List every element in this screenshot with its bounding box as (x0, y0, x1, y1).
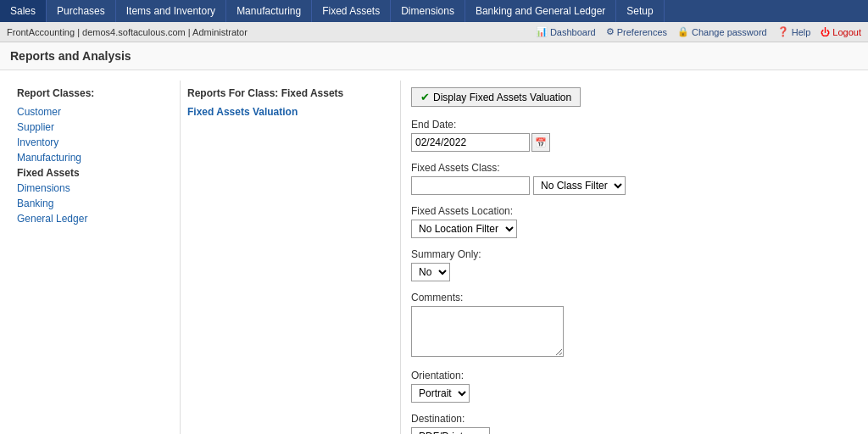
help-icon: ❓ (777, 26, 789, 37)
logout-icon: ⏻ (821, 27, 830, 37)
nav-tab-manufacturing[interactable]: Manufacturing (226, 0, 312, 22)
page-title: Reports and Analysis (10, 49, 858, 63)
site-info: FrontAccounting | demos4.softaculous.com… (7, 27, 248, 37)
destination-label: Destination: (411, 413, 848, 425)
orientation-label: Orientation: (411, 370, 848, 381)
main-content: Report Classes: Customer Supplier Invent… (0, 70, 868, 434)
nav-tab-banking[interactable]: Banking and General Ledger (465, 0, 616, 22)
comments-label: Comments: (411, 292, 848, 303)
logout-link[interactable]: ⏻ Logout (821, 27, 861, 37)
lock-icon: 🔒 (677, 26, 689, 37)
date-wrapper: 📅 (411, 133, 848, 152)
nav-tab-sales[interactable]: Sales (0, 0, 47, 22)
info-bar-links: 📊 Dashboard ⚙ Preferences 🔒 Change passw… (536, 26, 861, 37)
change-password-link[interactable]: 🔒 Change password (677, 26, 767, 37)
fixed-assets-class-group: Fixed Assets Class: No Class Filter (411, 162, 848, 195)
report-fixed-assets-valuation[interactable]: Fixed Assets Valuation (187, 104, 393, 120)
nav-tab-dimensions[interactable]: Dimensions (391, 0, 465, 22)
nav-tab-items-inventory[interactable]: Items and Inventory (116, 0, 226, 22)
fixed-assets-location-group: Fixed Assets Location: No Location Filte… (411, 205, 848, 238)
dashboard-link[interactable]: 📊 Dashboard (536, 26, 596, 37)
report-class-general-ledger[interactable]: General Ledger (17, 211, 173, 226)
class-code-input[interactable] (411, 176, 530, 195)
end-date-input[interactable] (411, 133, 530, 152)
comments-textarea[interactable] (411, 306, 564, 357)
class-row: No Class Filter (411, 176, 848, 195)
calendar-button[interactable]: 📅 (531, 133, 550, 152)
report-class-banking[interactable]: Banking (17, 196, 173, 211)
help-link[interactable]: ❓ Help (777, 26, 811, 37)
reports-for-class-heading: Reports For Class: Fixed Assets (187, 87, 393, 99)
info-bar: FrontAccounting | demos4.softaculous.com… (0, 22, 868, 42)
report-class-inventory[interactable]: Inventory (17, 135, 173, 150)
page-title-bar: Reports and Analysis (0, 42, 868, 70)
destination-select[interactable]: PDF/Printer (411, 427, 490, 434)
report-class-manufacturing[interactable]: Manufacturing (17, 150, 173, 165)
nav-tab-purchases[interactable]: Purchases (47, 0, 116, 22)
summary-only-select[interactable]: No (411, 263, 450, 281)
report-class-customer[interactable]: Customer (17, 104, 173, 120)
location-filter-select[interactable]: No Location Filter (411, 220, 517, 238)
checkmark-icon: ✔ (420, 91, 430, 103)
dashboard-icon: 📊 (536, 26, 548, 37)
report-class-dimensions[interactable]: Dimensions (17, 181, 173, 196)
preferences-link[interactable]: ⚙ Preferences (606, 26, 667, 37)
report-classes-heading: Report Classes: (17, 87, 173, 99)
comments-group: Comments: (411, 292, 848, 359)
display-report-button[interactable]: ✔ Display Fixed Assets Valuation (411, 87, 581, 107)
right-panel: ✔ Display Fixed Assets Valuation End Dat… (400, 81, 858, 434)
nav-tab-fixed-assets[interactable]: Fixed Assets (312, 0, 391, 22)
orientation-select[interactable]: Portrait (411, 384, 470, 403)
fixed-assets-class-label: Fixed Assets Class: (411, 162, 848, 174)
nav-tab-setup[interactable]: Setup (616, 0, 664, 22)
end-date-group: End Date: 📅 (411, 119, 848, 152)
report-class-supplier[interactable]: Supplier (17, 120, 173, 135)
top-navigation: Sales Purchases Items and Inventory Manu… (0, 0, 868, 22)
middle-panel: Reports For Class: Fixed Assets Fixed As… (180, 81, 400, 434)
fixed-assets-location-label: Fixed Assets Location: (411, 205, 848, 217)
summary-only-group: Summary Only: No (411, 248, 848, 281)
orientation-group: Orientation: Portrait (411, 370, 848, 403)
report-class-fixed-assets[interactable]: Fixed Assets (17, 165, 173, 181)
class-filter-select[interactable]: No Class Filter (533, 176, 626, 195)
end-date-label: End Date: (411, 119, 848, 131)
destination-group: Destination: PDF/Printer (411, 413, 848, 434)
left-panel: Report Classes: Customer Supplier Invent… (10, 81, 180, 434)
preferences-icon: ⚙ (606, 26, 615, 37)
summary-only-label: Summary Only: (411, 248, 848, 260)
